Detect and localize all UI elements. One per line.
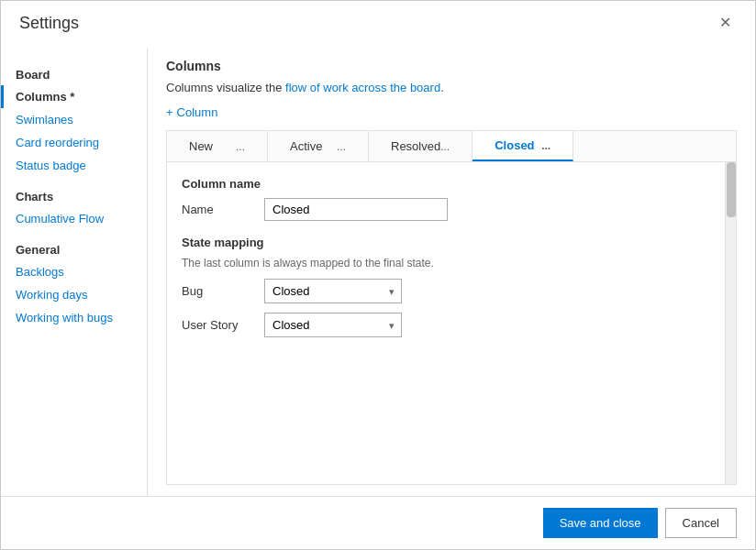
description-text-suffix: . <box>440 81 444 94</box>
tab-resolved-menu-icon[interactable]: ... <box>440 140 450 153</box>
tab-resolved[interactable]: Resolved ... <box>369 131 472 161</box>
state-mapping-group: State mapping The last column is always … <box>182 236 710 337</box>
sidebar-item-working-with-bugs[interactable]: Working with bugs <box>1 306 147 329</box>
bug-label: Bug <box>182 284 264 298</box>
sidebar-item-working-days[interactable]: Working days <box>1 283 147 306</box>
tab-resolved-label: Resolved <box>391 139 440 153</box>
scroll-thumb[interactable] <box>727 162 736 217</box>
tab-new-menu-icon[interactable]: ... <box>236 140 245 153</box>
tab-active-menu-icon[interactable]: ... <box>337 140 346 153</box>
sidebar: Board Columns * Swimlanes Card reorderin… <box>1 48 148 496</box>
dialog-footer: Save and close Cancel <box>1 496 755 549</box>
name-label: Name <box>182 203 264 216</box>
tab-closed-menu-icon[interactable]: ... <box>541 139 550 152</box>
sidebar-group-charts: Charts Cumulative Flow <box>1 184 147 230</box>
user-story-field-row: User Story Closed Active Resolved New ▾ <box>182 313 710 337</box>
close-button[interactable]: ✕ <box>714 14 737 32</box>
sidebar-item-backlogs[interactable]: Backlogs <box>1 260 147 283</box>
columns-section-title: Columns <box>166 59 737 73</box>
user-story-select[interactable]: Closed Active Resolved New <box>264 313 402 337</box>
save-and-close-button[interactable]: Save and close <box>543 508 658 538</box>
main-content: Columns Columns visualize the flow of wo… <box>148 48 755 496</box>
dialog-body: Board Columns * Swimlanes Card reorderin… <box>1 48 755 496</box>
sidebar-section-charts: Charts <box>1 184 147 207</box>
dialog-title: Settings <box>19 14 79 33</box>
sidebar-item-columns[interactable]: Columns * <box>1 85 147 108</box>
state-mapping-section-title: State mapping <box>182 236 710 249</box>
tab-closed-label: Closed <box>495 138 541 152</box>
add-column-label: Column <box>177 105 218 119</box>
sidebar-group-board: Board Columns * Swimlanes Card reorderin… <box>1 62 147 177</box>
add-icon: + <box>166 105 173 119</box>
sidebar-item-card-reordering[interactable]: Card reordering <box>1 131 147 154</box>
bug-select[interactable]: Closed Active Resolved New <box>264 279 402 303</box>
columns-area: New ... Active ... Resolved ... Closed .… <box>166 130 737 485</box>
description-link[interactable]: flow of work across the board <box>285 81 440 94</box>
cancel-button[interactable]: Cancel <box>665 508 737 538</box>
bug-select-wrapper: Closed Active Resolved New ▾ <box>264 279 402 303</box>
tab-active[interactable]: Active ... <box>268 131 369 161</box>
add-column-button[interactable]: + Column <box>166 105 737 119</box>
column-name-section-title: Column name <box>182 177 710 191</box>
name-input[interactable] <box>264 198 448 221</box>
sidebar-item-status-badge[interactable]: Status badge <box>1 154 147 177</box>
tab-active-label: Active <box>290 139 337 153</box>
columns-content-area: Column name Name State mapping The last … <box>167 162 736 484</box>
sidebar-group-general: General Backlogs Working days Working wi… <box>1 237 147 329</box>
user-story-label: User Story <box>182 318 264 332</box>
tab-new[interactable]: New ... <box>167 131 268 161</box>
state-mapping-desc: The last column is always mapped to the … <box>182 257 710 270</box>
dialog-header: Settings ✕ <box>1 1 755 33</box>
bug-field-row: Bug Closed Active Resolved New ▾ <box>182 279 710 303</box>
sidebar-item-cumulative-flow[interactable]: Cumulative Flow <box>1 207 147 230</box>
description-text-prefix: Columns visualize the <box>166 81 285 94</box>
tab-closed[interactable]: Closed ... <box>472 131 573 161</box>
tab-new-label: New <box>189 139 236 153</box>
sidebar-section-board: Board <box>1 62 147 85</box>
column-detail: Column name Name State mapping The last … <box>167 162 725 484</box>
settings-dialog: Settings ✕ Board Columns * Swimlanes Car… <box>0 0 756 550</box>
scrollbar[interactable] <box>725 162 736 484</box>
column-name-group: Column name Name <box>182 177 710 221</box>
columns-tabs: New ... Active ... Resolved ... Closed .… <box>167 131 736 162</box>
user-story-select-wrapper: Closed Active Resolved New ▾ <box>264 313 402 337</box>
name-field-row: Name <box>182 198 710 221</box>
sidebar-item-swimlanes[interactable]: Swimlanes <box>1 108 147 131</box>
sidebar-section-general: General <box>1 237 147 260</box>
columns-description: Columns visualize the flow of work acros… <box>166 81 737 94</box>
